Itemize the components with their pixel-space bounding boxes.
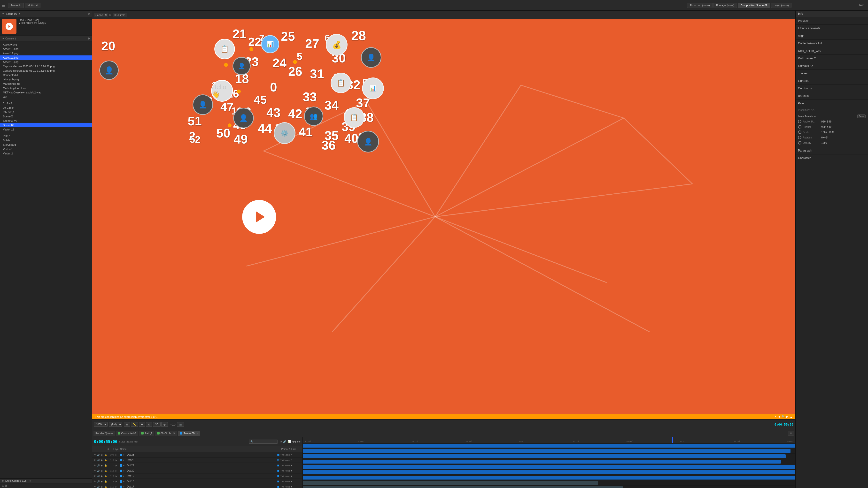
l115st[interactable]: ★ xyxy=(123,486,126,488)
timeline-settings-btn[interactable]: ≡ xyxy=(788,431,794,435)
layer-110-star[interactable]: ★ xyxy=(123,459,126,461)
tab-09circle-close[interactable]: ✕ xyxy=(173,432,175,434)
l114l[interactable]: 🔒 xyxy=(104,480,107,483)
layer-109-parent-arrow[interactable]: ▼ xyxy=(290,454,292,456)
tab-motion4[interactable]: Motion 4 xyxy=(25,3,40,8)
right-panel-isofx[interactable]: IsoMatic FX xyxy=(796,62,868,70)
file-labyrynth[interactable]: labyrynth.png xyxy=(0,77,92,82)
layer-109-lock[interactable]: 🔒 xyxy=(104,454,107,456)
timeline-ctrl-2[interactable]: 🔗 xyxy=(283,440,286,443)
l110pa[interactable]: ▼ xyxy=(290,459,292,461)
file-capture1[interactable]: Capture d'écran 2023-06-19 à 18.14.22.pn… xyxy=(0,64,92,68)
rulers-btn[interactable]: 📏 xyxy=(131,422,138,427)
file-asset10[interactable]: Asset 10.png xyxy=(0,47,92,51)
right-panel-align[interactable]: Align xyxy=(796,32,868,40)
tab-09circle[interactable]: 09-Circle ✕ xyxy=(155,431,177,436)
right-panel-character[interactable]: Character xyxy=(796,155,868,162)
layer-110-solo[interactable]: ◉ xyxy=(101,459,104,461)
file-scene09[interactable]: Scene 09 xyxy=(0,123,92,127)
error-nav-left[interactable]: ◀ xyxy=(778,415,780,418)
error-search-icon[interactable]: 🔍 xyxy=(781,415,785,418)
l113e[interactable]: ▶ xyxy=(116,475,119,477)
right-panel-libraries[interactable]: Libraries xyxy=(796,77,868,85)
file-vertex1[interactable]: Vertex-1 xyxy=(0,147,92,151)
guides-btn[interactable]: ☰ xyxy=(139,422,145,427)
l111s[interactable]: ◉ xyxy=(101,464,104,467)
file-asset12[interactable]: Asset 12.png xyxy=(0,56,92,60)
breadcrumb-09circle[interactable]: 09-Circle xyxy=(113,13,126,17)
l111e[interactable]: ▶ xyxy=(116,464,119,467)
l113s[interactable]: ◉ xyxy=(101,475,104,477)
file-vertex2[interactable]: Vertex-2 xyxy=(0,151,92,156)
right-panel-content-aware[interactable]: Content-Aware Fill xyxy=(796,40,868,47)
timeline-playhead[interactable] xyxy=(672,437,673,443)
layer-109-vis[interactable]: 👁 xyxy=(93,454,96,456)
file-scene01[interactable]: Scene01 xyxy=(0,114,92,119)
layer-row-115[interactable]: 👁 🔊 ◉ 🔒 115 ▶ ★ Dot,17 👥 / / ⊕ None ▼ xyxy=(92,484,303,488)
snapshot-btn[interactable]: 📷 xyxy=(177,422,184,427)
l114s[interactable]: ◉ xyxy=(101,480,104,483)
l114st[interactable]: ★ xyxy=(123,480,126,483)
opacity-value[interactable]: 100% xyxy=(821,141,827,144)
timeline-ctrl-5[interactable]: ▶▶ xyxy=(297,440,301,443)
file-solids[interactable]: Solids xyxy=(0,138,92,142)
file-asset11[interactable]: Asset 11.png xyxy=(0,51,92,56)
grid-btn[interactable]: ⊞ xyxy=(124,422,130,427)
file-capture2[interactable]: Capture d'écran 2023-06-19 à 18.14.30.pn… xyxy=(0,68,92,73)
3d-btn[interactable]: 3D xyxy=(153,422,161,427)
l111a[interactable]: 🔊 xyxy=(97,464,100,467)
tab-connected1[interactable]: Connected-1 xyxy=(116,431,138,436)
anchor-value[interactable]: 960 540 xyxy=(821,120,831,123)
l114e[interactable]: ▶ xyxy=(116,480,119,483)
layer-110-expand[interactable]: ▶ xyxy=(116,459,119,461)
quality-select[interactable]: (Full) (Half) xyxy=(109,422,122,427)
l112e[interactable]: ▶ xyxy=(116,469,119,472)
layer-110-lock[interactable]: 🔒 xyxy=(104,459,107,461)
right-panel-dojo[interactable]: Dojo_Shifter_v2.0 xyxy=(796,47,868,55)
tab-composition[interactable]: Composition Scene 09 xyxy=(738,3,770,8)
tab-scene09-close[interactable]: ✕ xyxy=(196,432,198,434)
file-marketing-hub[interactable]: Marketing Hub xyxy=(0,82,92,86)
snap-btn[interactable]: ⊡ xyxy=(146,422,152,427)
file-scene03v2[interactable]: Scene03-v2 xyxy=(0,119,92,123)
tab-layer[interactable]: Layer (none) xyxy=(771,3,792,8)
l112s[interactable]: ◉ xyxy=(101,469,104,472)
tab-scene09[interactable]: Scene 09 ✕ xyxy=(178,431,200,436)
layer-109-expand[interactable]: ▶ xyxy=(116,454,119,456)
layer-row-114[interactable]: 👁 🔊 ◉ 🔒 114 ▶ ★ Dot,18 👥 / / ⊕ None ▼ xyxy=(92,479,303,484)
right-panel-paint[interactable]: Paint xyxy=(796,100,868,107)
file-marketing-hub-icon[interactable]: Marketing Hub Icon xyxy=(0,86,92,90)
file-09-path1[interactable]: 09-Path,1 xyxy=(0,110,92,114)
right-panel-tracker[interactable]: Tracker xyxy=(796,70,868,77)
layer-row-110[interactable]: 👁 🔊 ◉ 🔒 110 ▶ ★ Dot,22 👥 / / ⊕ xyxy=(92,457,303,463)
l113v[interactable]: 👁 xyxy=(93,475,96,477)
right-panel-paragraph[interactable]: Paragraph xyxy=(796,147,868,155)
file-out[interactable]: Out xyxy=(0,95,92,99)
exposure-btn[interactable]: ◑ xyxy=(161,422,168,427)
timeline-ctrl-3[interactable]: 📊 xyxy=(287,440,291,443)
breadcrumb-scene09[interactable]: Scene 09 xyxy=(94,13,108,17)
rotation-value[interactable]: 0x+0° xyxy=(821,136,829,139)
right-panel-ouroboros[interactable]: Ouroboros xyxy=(796,85,868,92)
layer-row-109[interactable]: 👁 🔊 ◉ 🔒 109 ▶ ★ Dot,23 👥 / / ⊕ xyxy=(92,452,303,457)
layer-row-112[interactable]: 👁 🔊 ◉ 🔒 112 ▶ ★ Dot,20 👥 / / ⊕ None ▼ xyxy=(92,468,303,474)
l115a[interactable]: 🔊 xyxy=(97,486,100,488)
l115v[interactable]: 👁 xyxy=(93,486,96,488)
l111l[interactable]: 🔒 xyxy=(104,464,107,467)
tab-path1[interactable]: Path,1 xyxy=(139,431,154,436)
l113l[interactable]: 🔒 xyxy=(104,475,107,477)
zoom-select[interactable]: 100% 50% 200% xyxy=(94,422,107,427)
tab-frame-io[interactable]: Frame.io xyxy=(8,3,24,8)
add-file-icon[interactable]: ⊕ xyxy=(87,37,90,40)
right-panel-brushes[interactable]: Brushes xyxy=(796,92,868,100)
file-vector12[interactable]: Vector 12 xyxy=(0,127,92,132)
l112st[interactable]: ★ xyxy=(123,469,126,472)
l112l[interactable]: 🔒 xyxy=(104,469,107,472)
layer-row-111[interactable]: 👁 🔊 ◉ 🔒 111 ▶ ★ Dot,21 👥 / / ⊕ None ▼ xyxy=(92,463,303,468)
l113a[interactable]: 🔊 xyxy=(97,475,100,477)
file-path1[interactable]: Path,1 xyxy=(0,134,92,138)
error-expand-icon[interactable]: ▲ xyxy=(790,415,793,418)
layer-110-audio[interactable]: 🔊 xyxy=(97,459,100,461)
l115e[interactable]: ▶ xyxy=(116,486,119,488)
l112a[interactable]: 🔊 xyxy=(97,469,100,472)
